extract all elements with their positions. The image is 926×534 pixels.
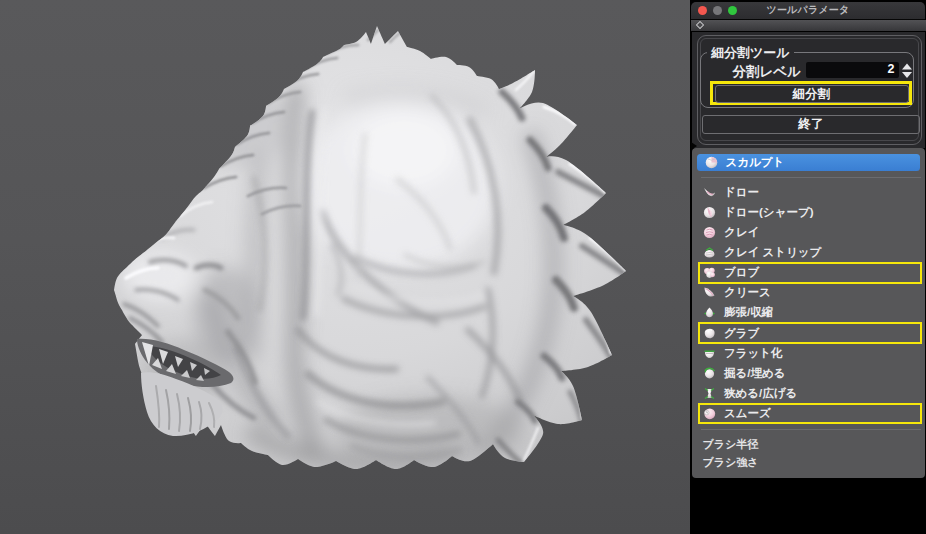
tool-item-draw-sharp[interactable]: ドロー(シャープ) <box>698 202 921 222</box>
draw-icon <box>703 186 716 199</box>
divider <box>701 177 921 178</box>
brush-sliders: ブラシ半径ブラシ強さ <box>703 436 759 472</box>
clay-icon <box>703 226 716 239</box>
tool-item-label: ブロブ <box>724 265 759 280</box>
pinch-icon <box>703 387 716 400</box>
window-titlebar[interactable]: ツールパラメータ <box>691 2 925 20</box>
brush-slider-label[interactable]: ブラシ強さ <box>703 454 759 472</box>
tool-item-smooth[interactable]: スムーズ <box>698 403 921 423</box>
tool-item-crease[interactable]: クリース <box>698 283 921 303</box>
tool-item-label: クリース <box>724 285 771 300</box>
tool-item-label: 狭める/広げる <box>724 386 797 401</box>
sculpt-model <box>0 0 691 534</box>
blob-icon <box>703 266 716 279</box>
tool-item-clay[interactable]: クレイ <box>698 222 921 242</box>
tool-item-label: ドロー(シャープ) <box>724 205 814 220</box>
parameter-area: 細分割ツール 分割レベル 2 細分割 終了 <box>692 32 925 148</box>
tool-category-label: スカルプト <box>726 155 785 170</box>
tool-parameter-window: ツールパラメータ 細分割ツール 分割レベル 2 細分割 終了 スカルプト <box>690 0 926 534</box>
tool-item-label: 膨張/収縮 <box>724 305 773 320</box>
tool-item-draw[interactable]: ドロー <box>698 182 921 202</box>
sculpt-icon <box>705 156 718 169</box>
tool-item-blob[interactable]: ブロブ <box>698 263 921 283</box>
tool-item-label: スムーズ <box>724 406 771 421</box>
subdivide-button[interactable]: 細分割 <box>715 85 909 103</box>
clay-strips-icon <box>703 246 716 259</box>
tool-item-flatten[interactable]: フラット化 <box>698 343 921 363</box>
tool-item-label: フラット化 <box>724 346 783 361</box>
division-level-stepper[interactable] <box>901 63 913 79</box>
crease-icon <box>703 286 716 299</box>
scrape-icon <box>703 367 716 380</box>
grab-icon <box>703 327 716 340</box>
screen: ツールパラメータ 細分割ツール 分割レベル 2 細分割 終了 スカルプト <box>0 0 926 534</box>
flatten-icon <box>703 347 716 360</box>
tool-item-label: グラブ <box>724 326 759 341</box>
stepper-down-icon[interactable] <box>902 72 912 78</box>
division-level-label: 分割レベル <box>732 64 801 79</box>
tool-item-pinch[interactable]: 狭める/広げる <box>698 383 921 403</box>
tool-item-label: クレイ ストリップ <box>724 245 821 260</box>
tool-list-panel: スカルプト ドロードロー(シャープ)クレイクレイ ストリップブロブクリース膨張/… <box>692 148 926 478</box>
rollup-strip[interactable] <box>691 20 926 32</box>
stepper-up-icon[interactable] <box>902 63 912 69</box>
division-level-input[interactable]: 2 <box>806 62 899 78</box>
brush-slider-label[interactable]: ブラシ半径 <box>703 436 759 454</box>
rollup-diamond-icon[interactable] <box>696 21 704 29</box>
viewport-3d[interactable] <box>0 0 691 534</box>
window-title: ツールパラメータ <box>691 2 925 19</box>
draw-sharp-icon <box>703 206 716 219</box>
tool-item-clay-strips[interactable]: クレイ ストリップ <box>698 243 921 263</box>
divider <box>701 429 921 430</box>
tool-item-label: クレイ <box>724 225 759 240</box>
finish-button[interactable]: 終了 <box>702 115 920 134</box>
tool-list: ドロードロー(シャープ)クレイクレイ ストリップブロブクリース膨張/収縮グラブフ… <box>698 182 921 423</box>
tool-category-sculpt[interactable]: スカルプト <box>697 154 920 171</box>
subdivision-group-legend: 細分割ツール <box>707 45 794 60</box>
inflate-icon <box>703 306 716 319</box>
tool-item-grab[interactable]: グラブ <box>698 323 921 343</box>
tool-item-label: ドロー <box>724 185 759 200</box>
smooth-icon <box>703 407 716 420</box>
tool-item-scrape[interactable]: 掘る/埋める <box>698 363 921 383</box>
tool-item-inflate[interactable]: 膨張/収縮 <box>698 303 921 323</box>
tool-item-label: 掘る/埋める <box>724 366 786 381</box>
resize-handle-icon[interactable] <box>691 142 697 150</box>
